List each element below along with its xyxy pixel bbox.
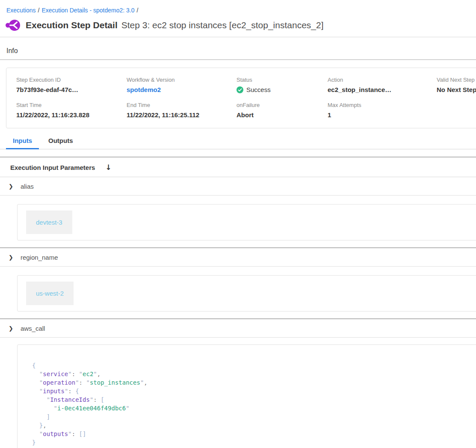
code-line: "i-0ec41ee046f49dbc6" [32, 404, 476, 412]
field-label: Valid Next Step [437, 77, 476, 83]
field-value: 11/22/2022, 11:16:23.828 [16, 111, 127, 119]
code-token [32, 405, 54, 412]
param-name: alias [21, 183, 34, 190]
tab-outputs[interactable]: Outputs [41, 137, 80, 149]
execution-input-parameters-header: Execution Input Parameters ↓ [0, 157, 476, 177]
code-token: , [144, 379, 147, 386]
chevron-right-icon: ❯ [9, 183, 13, 190]
check-circle-icon [237, 86, 243, 93]
code-token: : [93, 396, 101, 403]
param-value-box: devtest-3 [17, 204, 476, 240]
chevron-right-icon: ❯ [9, 254, 13, 261]
page-header: Execution Step Detail Step 3: ec2 stop i… [6, 19, 476, 31]
code-token: " [79, 371, 83, 377]
code-line: "inputs": { [32, 387, 476, 395]
field-label: Workflow & Version [127, 77, 237, 83]
field-label: Action [328, 77, 437, 83]
code-token: service [43, 371, 68, 377]
field-value: 7b73f93e-edaf-47c… [16, 86, 127, 93]
code-token: operation [43, 379, 75, 386]
field-action: Action ec2_stop_instance… [328, 77, 437, 93]
param-name: aws_call [21, 325, 45, 332]
code-token: " [68, 430, 71, 437]
execution-step-detail-page: Executions/Execution Details - spotdemo2… [0, 7, 476, 448]
param-value-chip: us-west-2 [26, 282, 74, 305]
code-token [32, 396, 47, 403]
param-section-aws-call: ❯ aws_call { "service": "ec2", "operatio… [0, 319, 476, 448]
code-token: " [47, 396, 50, 403]
code-token: outputs [43, 430, 68, 437]
field-label: Max Attempts [328, 102, 437, 108]
field-label: Step Execution ID [16, 77, 127, 83]
param-row-region-name[interactable]: ❯ region_name [0, 248, 476, 267]
code-token: , [97, 371, 101, 377]
code-token: { [75, 388, 79, 395]
field-label: Status [237, 77, 328, 83]
param-row-aws-call[interactable]: ❯ aws_call [0, 319, 476, 338]
param-value-chip: devtest-3 [26, 211, 72, 234]
code-token [32, 413, 47, 420]
field-value: No Next Step [437, 86, 476, 93]
param-section-region-name: ❯ region_name us-west-2 [0, 248, 476, 312]
info-section-header: Info [0, 47, 476, 60]
code-token: [ [101, 396, 104, 403]
status-badge: Success [237, 86, 328, 93]
code-token: } [32, 439, 35, 446]
code-token: [] [79, 430, 86, 437]
code-token [32, 371, 39, 377]
field-label: Start Time [16, 102, 127, 108]
breadcrumb-link-execution-details[interactable]: Execution Details - spotdemo2: 3.0 [41, 7, 134, 14]
code-line: { [32, 361, 476, 370]
chevron-right-icon: ❯ [9, 325, 13, 332]
code-line: } [32, 438, 476, 447]
info-card: Step Execution ID 7b73f93e-edaf-47c… Wor… [6, 68, 476, 128]
code-token [32, 430, 39, 437]
code-token: ec2 [83, 371, 93, 377]
field-step-execution-id: Step Execution ID 7b73f93e-edaf-47c… [16, 77, 127, 93]
breadcrumb-separator: / [137, 7, 139, 14]
page-title: Execution Step Detail [26, 20, 118, 30]
breadcrumb-separator: / [38, 7, 39, 14]
code-token [32, 379, 39, 386]
field-label: End Time [127, 102, 237, 108]
code-token [32, 422, 39, 429]
code-token: ] [47, 413, 50, 420]
code-token: " [54, 405, 57, 412]
code-token: { [32, 362, 35, 369]
code-line: ] [32, 412, 476, 421]
divider [0, 37, 476, 37]
field-value: 11/22/2022, 11:16:25.112 [127, 111, 237, 119]
code-token: : [72, 430, 79, 437]
field-end-time: End Time 11/22/2022, 11:16:25.112 [127, 102, 237, 119]
param-section-alias: ❯ alias devtest-3 [0, 177, 476, 240]
code-token: , [43, 422, 46, 429]
code-token: inputs [43, 388, 65, 395]
breadcrumb-link-executions[interactable]: Executions [6, 7, 35, 14]
field-value: 1 [328, 111, 437, 119]
workflow-link[interactable]: spotdemo2 [127, 86, 237, 93]
execution-input-parameters-label: Execution Input Parameters [10, 164, 95, 171]
code-token: " [126, 405, 129, 412]
param-name: region_name [21, 254, 58, 261]
workflow-logo-icon [6, 19, 21, 31]
field-start-time: Start Time 11/22/2022, 11:16:23.828 [16, 102, 127, 119]
code-token: " [86, 379, 89, 386]
param-row-alias[interactable]: ❯ alias [0, 177, 476, 196]
json-code-block: { "service": "ec2", "operation": "stop_i… [17, 344, 476, 448]
code-token: " [75, 379, 79, 386]
page-subtitle: Step 3: ec2 stop instances [ec2_stop_ins… [121, 20, 324, 30]
tab-bar: Inputs Outputs [0, 137, 476, 149]
code-line: }, [32, 421, 476, 430]
code-token: " [93, 371, 97, 377]
param-value-box: us-west-2 [17, 275, 476, 312]
arrow-down-icon[interactable]: ↓ [105, 163, 111, 172]
code-token: " [68, 371, 71, 377]
field-valid-next-step: Valid Next Step No Next Step [437, 77, 476, 93]
code-line: "service": "ec2", [32, 370, 476, 378]
field-max-attempts: Max Attempts 1 [328, 102, 437, 119]
tab-inputs[interactable]: Inputs [6, 137, 39, 149]
code-line: "InstanceIds": [ [32, 395, 476, 404]
code-token: : [79, 379, 86, 386]
code-token: : [68, 388, 75, 395]
code-token [32, 388, 39, 395]
